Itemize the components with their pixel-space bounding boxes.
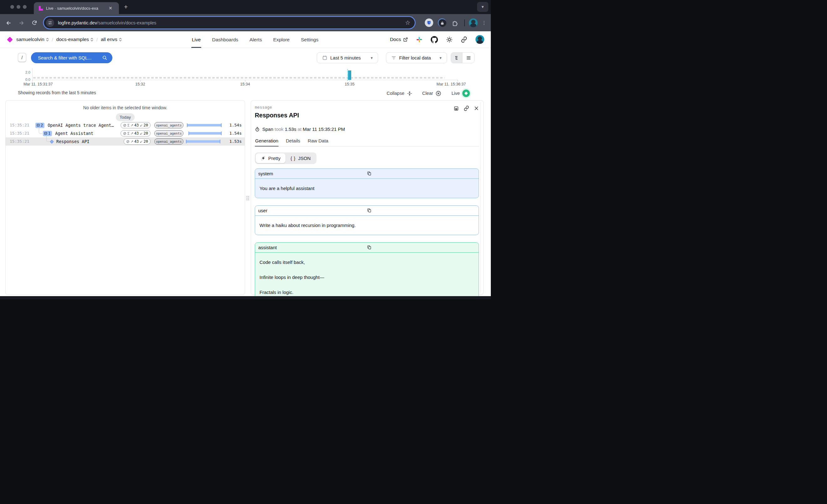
detail-tab-details[interactable]: Details bbox=[286, 138, 300, 146]
bookmark-star-icon[interactable]: ☆ bbox=[405, 19, 410, 26]
json-view-button[interactable]: { } JSON bbox=[286, 153, 315, 163]
profile-avatar[interactable] bbox=[469, 18, 478, 28]
collapse-button[interactable]: Collapse bbox=[387, 91, 412, 96]
timeline-activity-bar[interactable] bbox=[348, 70, 351, 80]
permalink-icon[interactable] bbox=[464, 105, 469, 111]
zoom-window-button[interactable] bbox=[23, 5, 27, 9]
token-metrics-pill[interactable]: Σ ↗43 ↙20 bbox=[120, 130, 151, 137]
copy-icon[interactable] bbox=[367, 171, 476, 176]
share-link-icon[interactable] bbox=[461, 36, 467, 43]
extensions-puzzle-icon[interactable] bbox=[450, 18, 460, 28]
window-bottom-edge bbox=[0, 296, 491, 299]
nav-tab-dashboards[interactable]: Dashboards bbox=[212, 31, 238, 48]
privacy-extension-icon[interactable] bbox=[437, 18, 447, 28]
breadcrumb-env[interactable]: all envs bbox=[101, 37, 122, 42]
chevron-down-icon: ▼ bbox=[439, 56, 442, 60]
panel-resize-handle[interactable] bbox=[246, 195, 250, 201]
clear-button[interactable]: Clear bbox=[422, 91, 442, 96]
docs-link[interactable]: Docs bbox=[390, 37, 408, 42]
close-window-button[interactable] bbox=[10, 5, 14, 9]
site-settings-icon[interactable] bbox=[46, 19, 54, 27]
url-bar[interactable]: logfire.pydantic.dev/samuelcolvin/docs-e… bbox=[44, 17, 415, 29]
slack-icon[interactable] bbox=[416, 36, 423, 43]
breadcrumb-project[interactable]: docs-examples bbox=[56, 37, 93, 42]
record-duration: 1.54s bbox=[223, 123, 242, 128]
list-view-button[interactable] bbox=[463, 53, 474, 63]
calendar-icon bbox=[322, 55, 328, 60]
local-filter-button[interactable]: Filter local data ▼ bbox=[386, 52, 447, 63]
close-panel-icon[interactable] bbox=[474, 106, 479, 111]
children-count-badge[interactable]: 2 bbox=[35, 123, 44, 128]
timeline-y-label: 2.0 bbox=[26, 70, 30, 74]
record-time: 15:35:21 bbox=[10, 131, 30, 136]
live-toggle[interactable]: Live bbox=[451, 90, 470, 97]
duration-bar-track bbox=[186, 124, 222, 127]
chevron-down-icon: ▼ bbox=[370, 56, 374, 60]
tokens-up-icon: ↗ bbox=[131, 140, 133, 144]
message-content: Code calls itself back,Infinite loops in… bbox=[255, 253, 479, 299]
null-icon bbox=[123, 132, 127, 135]
scope-tag[interactable]: openai_agents bbox=[154, 122, 184, 128]
browser-toolbar: logfire.pydantic.dev/samuelcolvin/docs-e… bbox=[0, 14, 491, 31]
date-pill[interactable]: Today bbox=[116, 113, 135, 121]
breadcrumb-separator: / bbox=[52, 37, 53, 42]
record-row[interactable]: 15:35:21 Responses API ↗43 ↙20 openai_ag… bbox=[6, 138, 245, 146]
detail-tab-generation[interactable]: Generation bbox=[255, 138, 279, 146]
timeline-chart[interactable]: 2.00.0Mar 11. 15:31:3715:3215:3415:35Mar… bbox=[0, 67, 491, 88]
copy-icon[interactable] bbox=[367, 245, 476, 250]
record-time: 15:35:21 bbox=[10, 123, 30, 128]
nav-tab-settings[interactable]: Settings bbox=[301, 31, 318, 48]
tokens-down-icon: ↙ bbox=[140, 123, 142, 128]
nav-tab-alerts[interactable]: Alerts bbox=[249, 31, 262, 48]
user-avatar[interactable] bbox=[476, 35, 484, 44]
copy-icon[interactable] bbox=[367, 208, 476, 213]
detail-tab-raw-data[interactable]: Raw Data bbox=[307, 138, 329, 146]
time-range-button[interactable]: Last 5 minutes ▼ bbox=[317, 52, 378, 63]
children-count-badge[interactable]: 1 bbox=[43, 131, 52, 136]
token-metrics-pill[interactable]: ↗43 ↙20 bbox=[124, 138, 151, 145]
search-filter-button[interactable]: Search & filter with SQL... bbox=[31, 52, 112, 63]
chevron-updown-icon bbox=[46, 38, 49, 41]
minimize-window-button[interactable] bbox=[16, 5, 20, 9]
message-card-assistant: assistant Code calls itself back,Infinit… bbox=[255, 242, 479, 299]
nav-tab-live[interactable]: Live bbox=[192, 31, 201, 48]
duration-bar bbox=[186, 140, 221, 143]
chevron-updown-icon bbox=[91, 38, 93, 41]
duration-bar bbox=[188, 132, 222, 135]
detail-scrollbar[interactable] bbox=[481, 102, 481, 293]
tree-view-button[interactable] bbox=[451, 53, 463, 63]
breadcrumb-separator: / bbox=[96, 37, 98, 42]
back-button[interactable] bbox=[4, 18, 13, 27]
pretty-json-toggle: Pretty { } JSON bbox=[255, 152, 317, 164]
record-name: Responses API bbox=[56, 139, 90, 144]
scope-tag[interactable]: openai_agents bbox=[154, 130, 184, 137]
reload-button[interactable] bbox=[30, 18, 39, 27]
nav-tab-explore[interactable]: Explore bbox=[273, 31, 290, 48]
record-time: 15:35:21 bbox=[10, 139, 30, 144]
tab-search-button[interactable]: ▼ bbox=[477, 2, 488, 12]
browser-menu-icon[interactable]: ⋮ bbox=[482, 20, 486, 26]
timeline-x-label: 15:32 bbox=[135, 82, 145, 86]
url-text: logfire.pydantic.dev/samuelcolvin/docs-e… bbox=[58, 20, 405, 26]
pretty-view-button[interactable]: Pretty bbox=[256, 153, 286, 163]
forward-button[interactable] bbox=[17, 18, 26, 27]
new-tab-button[interactable]: + bbox=[124, 3, 128, 10]
record-name: Agent Assistant bbox=[55, 131, 93, 136]
window-controls[interactable] bbox=[10, 5, 27, 9]
tab-strip: Live · samuelcolvin/docs-exa ✕ + ▼ bbox=[0, 0, 491, 14]
dock-panel-icon[interactable] bbox=[453, 106, 459, 111]
theme-sun-icon[interactable] bbox=[446, 36, 453, 43]
breadcrumb: samuelcolvin / docs-examples / all envs bbox=[8, 31, 122, 48]
github-icon[interactable] bbox=[431, 36, 438, 43]
scope-tag[interactable]: openai_agents bbox=[154, 138, 184, 145]
tab-close-icon[interactable]: ✕ bbox=[109, 6, 112, 11]
detail-title: Responses API bbox=[255, 112, 479, 119]
timeline-tick bbox=[350, 80, 350, 82]
span-diamond-icon bbox=[50, 140, 54, 144]
message-content: You are a helpful assistant bbox=[255, 179, 479, 198]
token-metrics-pill[interactable]: Σ ↗43 ↙20 bbox=[120, 122, 151, 128]
browser-tab[interactable]: Live · samuelcolvin/docs-exa ✕ bbox=[34, 2, 119, 14]
breadcrumb-org[interactable]: samuelcolvin bbox=[16, 37, 49, 42]
bitwarden-extension-icon[interactable] bbox=[424, 18, 434, 28]
slash-shortcut-key[interactable]: / bbox=[18, 53, 26, 62]
